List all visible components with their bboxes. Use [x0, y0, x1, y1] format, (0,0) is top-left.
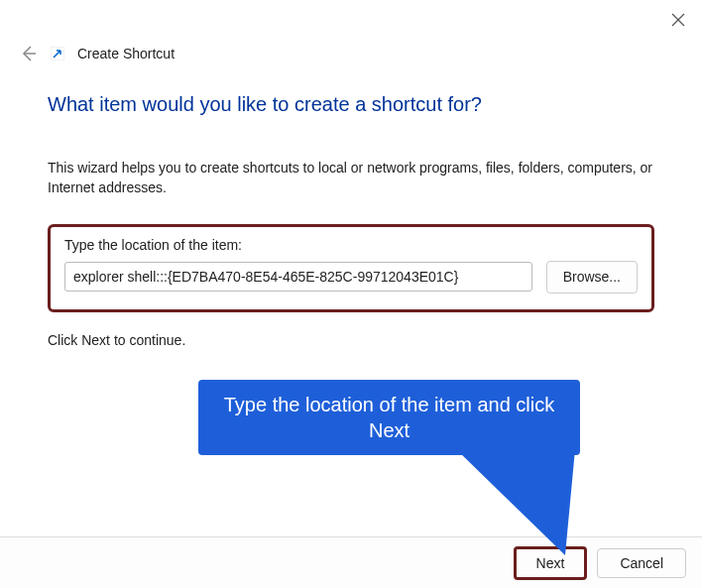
location-label: Type the location of the item:	[64, 237, 638, 253]
input-row: Browse...	[64, 261, 638, 294]
location-input-section: Type the location of the item: Browse...	[48, 224, 654, 312]
location-input[interactable]	[64, 262, 532, 292]
header-row: Create Shortcut	[0, 44, 702, 63]
page-heading: What item would you like to create a sho…	[48, 93, 654, 116]
window-title: Create Shortcut	[77, 46, 175, 61]
footer-bar: Next Cancel	[0, 536, 702, 588]
create-shortcut-wizard: Create Shortcut What item would you like…	[0, 0, 702, 588]
continue-instruction: Click Next to continue.	[48, 332, 654, 348]
wizard-description: This wizard helps you to create shortcut…	[48, 158, 654, 198]
shortcut-icon	[50, 46, 65, 61]
close-icon	[671, 13, 685, 27]
titlebar	[0, 0, 702, 40]
browse-button[interactable]: Browse...	[546, 261, 638, 294]
content-area: What item would you like to create a sho…	[0, 63, 702, 348]
back-button[interactable]	[18, 44, 38, 63]
annotation-callout: Type the location of the item and click …	[198, 380, 580, 455]
cancel-button[interactable]: Cancel	[597, 548, 686, 578]
arrow-left-icon	[19, 45, 37, 62]
svg-marker-4	[456, 449, 575, 555]
close-button[interactable]	[668, 10, 688, 30]
callout-text: Type the location of the item and click …	[198, 380, 580, 455]
callout-arrow-icon	[397, 448, 595, 567]
